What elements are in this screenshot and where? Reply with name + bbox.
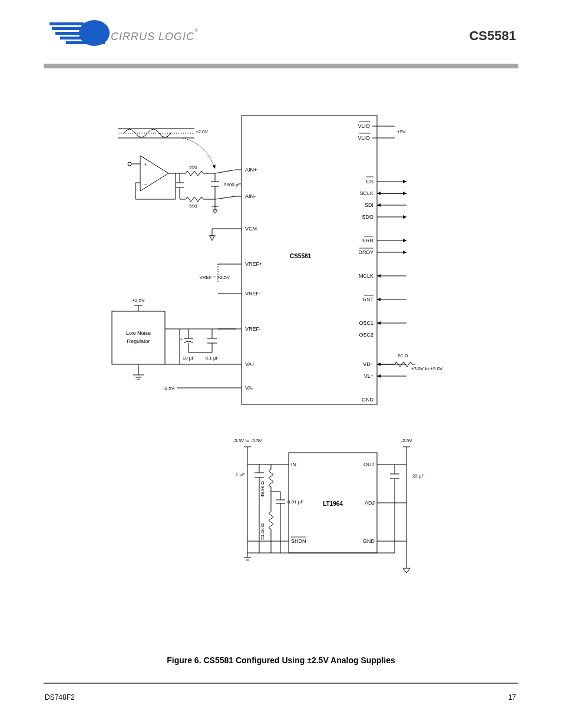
- pin-sclk: SCLK: [359, 190, 373, 196]
- pin-sdo: SDO: [362, 214, 373, 220]
- vref-plate: VREF = +2.5V: [199, 275, 230, 280]
- main-chip-label: CS5581: [290, 253, 312, 259]
- input-filter: 590 590 5600 pF: [176, 164, 241, 213]
- pin-ainp: AIN+: [245, 167, 257, 173]
- svg-text:−: −: [144, 182, 147, 187]
- pin-vcm: VCM: [245, 226, 257, 232]
- svg-text:+: +: [180, 337, 183, 342]
- pin-adj: ADJ: [365, 500, 375, 506]
- c1u: 1 µF: [236, 472, 245, 477]
- footer-page-num: 17: [508, 693, 516, 701]
- out-label: -2.5V: [401, 438, 412, 443]
- pin-cs: CS: [366, 179, 373, 185]
- pin-err: ERR: [362, 238, 374, 243]
- reg-vbat: +2.5V: [132, 298, 145, 303]
- input-waveform: [118, 129, 194, 138]
- c01u-b: 0.01 µF: [287, 499, 303, 505]
- power-subcircuit: LT1964 IN SHDN OUT ADJ GND -3.3V to -5.5…: [233, 438, 424, 573]
- c10u-a: 10 µF: [183, 355, 195, 361]
- r-in-bot: 590: [189, 203, 197, 209]
- osc-resistor: 51 Ω: [377, 353, 415, 367]
- overbar-vlio: VLIO: [358, 135, 370, 141]
- pin-in: IN: [291, 462, 296, 467]
- regulator: [112, 311, 165, 364]
- r-in-top: 590: [189, 164, 197, 170]
- pin-vrefp: VREF+: [245, 261, 262, 267]
- r2: 51.1k Ω: [260, 523, 265, 540]
- pin-ainm: AIN-: [245, 193, 256, 199]
- svg-line-61: [215, 170, 236, 173]
- figure-caption: Figure 6. CS5581 Configured Using ±2.5V …: [0, 655, 562, 665]
- pin-vaminus: VA-: [245, 385, 253, 391]
- svg-line-62: [215, 196, 236, 199]
- vd-vl-label: +3.0V to +5.0V: [411, 366, 443, 371]
- footer-rule: [44, 683, 518, 684]
- svg-point-5: [79, 20, 110, 46]
- pin-osc2: OSC2: [359, 332, 373, 338]
- svg-rect-0: [49, 22, 84, 25]
- pin-gnd: GND: [362, 397, 374, 403]
- osc-r: 51 Ω: [398, 353, 408, 358]
- c22u: 22 µF: [412, 473, 425, 479]
- pin-mclk: MCLK: [359, 273, 373, 279]
- pin-drdy: DRDY: [358, 249, 373, 255]
- right-pins: VLIO VLIO CS SCLK SDI SDO ERR DRDY: [358, 121, 406, 403]
- pin-vaplus: VA+: [245, 361, 255, 367]
- part-number: CS5581: [469, 28, 516, 44]
- r1: 49.9k Ω: [260, 481, 265, 498]
- va-neg: -2.5V: [163, 386, 175, 391]
- svg-marker-130: [403, 568, 410, 573]
- pin-vd: VD+: [363, 361, 373, 367]
- vin-label: -3.3V to -5.5V: [233, 438, 262, 443]
- c01u-a: 0.1 µF: [206, 355, 219, 361]
- lt1964-label: LT1964: [323, 500, 343, 507]
- brand-reg: ®: [194, 28, 198, 33]
- brand-text: CIRRUS LOGIC: [111, 31, 194, 42]
- regulator-line1: Low Noise: [126, 330, 151, 336]
- pin-vrefm: VREF-: [245, 291, 261, 297]
- svg-text:+: +: [144, 162, 147, 167]
- pin-sdi: SDI: [365, 202, 373, 208]
- pin-rst: RST: [363, 297, 374, 302]
- pin-shdn: SHDN: [291, 538, 306, 544]
- svg-point-37: [128, 162, 131, 166]
- svg-marker-66: [210, 236, 214, 241]
- pin-gnd2: GND: [363, 538, 375, 544]
- pin-vrefm2: VREF-: [245, 326, 261, 332]
- c-ain: 5600 pF: [224, 182, 241, 187]
- pin-vlio: VLIO: [358, 123, 370, 129]
- opamp: + −: [128, 156, 180, 199]
- pin-out: OUT: [363, 462, 375, 467]
- vlio-5v: +5V: [397, 129, 406, 134]
- main-chip: [242, 116, 377, 404]
- schematic-diagram: CS5581 AIN+ AIN- VCM VREF+ VREF- VREF- V…: [88, 105, 471, 612]
- footer-doc-id: DS748F2: [45, 693, 75, 701]
- range-label: ±2.0V: [196, 129, 209, 134]
- pin-vl: VL+: [364, 373, 373, 379]
- svg-marker-60: [213, 210, 217, 213]
- header-rule: [44, 64, 518, 68]
- brand-logo: CIRRUS LOGIC ®: [48, 19, 201, 54]
- pin-osc1: OSC1: [359, 320, 373, 326]
- regulator-line2: Regulator: [127, 338, 150, 344]
